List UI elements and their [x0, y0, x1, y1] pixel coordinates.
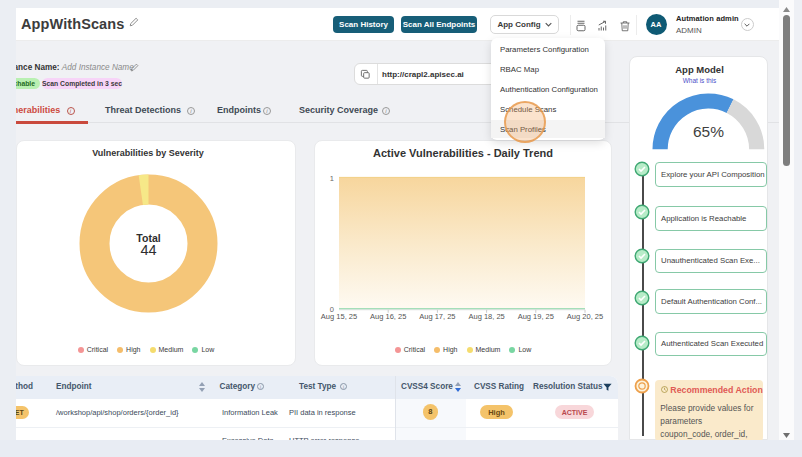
- svg-text:1: 1: [330, 174, 334, 183]
- svg-text:Aug 19, 25: Aug 19, 25: [518, 312, 554, 321]
- svg-text:Aug 20, 25: Aug 20, 25: [567, 312, 603, 321]
- svg-text:Aug 16, 25: Aug 16, 25: [370, 312, 406, 321]
- svg-text:Aug 18, 25: Aug 18, 25: [468, 312, 504, 321]
- svg-text:Aug 17, 25: Aug 17, 25: [419, 312, 455, 321]
- svg-text:Aug 15, 25: Aug 15, 25: [321, 312, 357, 321]
